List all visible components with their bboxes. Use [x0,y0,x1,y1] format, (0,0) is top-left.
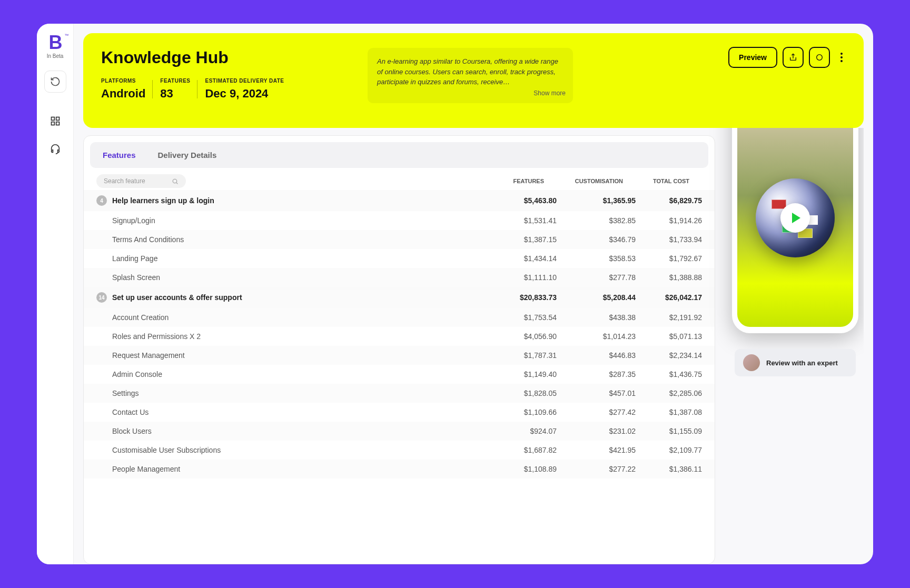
sidebar-item-dashboard[interactable] [50,116,61,128]
feature-name: Account Creation [96,313,483,322]
more-menu-button[interactable] [835,47,848,68]
total-cost: $1,387.08 [636,408,715,416]
feature-row[interactable]: Contact Us$1,109.66$277.42$1,387.08 [84,403,715,422]
sidebar-item-support[interactable] [50,143,61,157]
tabs-bar: Features Delivery Details [90,142,708,168]
custom-cost: $421.95 [557,446,636,454]
phone-screen [737,128,853,327]
feature-cost: $924.07 [483,427,557,435]
meta-delivery-date: ESTIMATED DELIVERY DATE Dec 9, 2024 [205,78,284,101]
show-more-link[interactable]: Show more [533,88,566,98]
review-label: Review with an expert [766,359,838,367]
column-total-cost: TOTAL COST [623,178,702,184]
feature-row[interactable]: Signup/Login$1,531.41$382.85$1,914.26 [84,211,715,230]
feature-name: Contact Us [96,408,483,416]
feature-name: Block Users [96,427,483,435]
custom-cost: $1,014.23 [557,332,636,341]
group-count-badge: 14 [96,292,107,303]
feature-name: Customisable User Subscriptions [96,446,483,454]
group-custom-cost: $1,365.95 [557,196,636,205]
feature-cost: $1,434.14 [483,254,557,263]
feature-row[interactable]: Roles and Permissions X 2$4,056.90$1,014… [84,327,715,346]
column-features: FEATURES [470,178,544,184]
group-row[interactable]: 4Help learners sign up & login$5,463.80$… [84,190,715,211]
custom-cost: $358.53 [557,254,636,263]
preview-button[interactable]: Preview [728,47,777,68]
feature-row[interactable]: Splash Screen$1,111.10$277.78$1,388.88 [84,268,715,287]
play-button[interactable] [780,203,810,233]
tab-delivery-details[interactable]: Delivery Details [149,145,226,165]
feature-row[interactable]: Admin Console$1,149.40$287.35$1,436.75 [84,365,715,384]
feature-row[interactable]: Customisable User Subscriptions$1,687.82… [84,441,715,460]
custom-cost: $457.01 [557,389,636,397]
feature-name: Request Management [96,351,483,360]
feature-cost: $1,108.89 [483,465,557,473]
feature-cost: $1,531.41 [483,216,557,225]
feature-cost: $1,828.05 [483,389,557,397]
hero-banner: Knowledge Hub PLATFORMS Android FEATURES… [83,33,864,128]
feature-row[interactable]: Settings$1,828.05$457.01$2,285.06 [84,384,715,403]
dots-vertical-icon [840,53,843,62]
svg-point-5 [817,55,823,61]
total-cost: $1,914.26 [636,216,715,225]
group-features-cost: $5,463.80 [483,196,557,205]
total-cost: $2,285.06 [636,389,715,397]
expert-avatar [743,354,760,371]
share-icon [789,53,797,62]
undo-button[interactable] [44,71,66,93]
group-features-cost: $20,833.73 [483,293,557,302]
review-with-expert-button[interactable]: Review with an expert [735,349,856,376]
feature-cost: $1,149.40 [483,370,557,378]
custom-cost: $438.38 [557,313,636,322]
feature-name: Signup/Login [96,216,483,225]
feature-cost: $1,111.10 [483,273,557,282]
feature-cost: $1,787.31 [483,351,557,360]
feature-row[interactable]: Account Creation$1,753.54$438.38$2,191.9… [84,308,715,327]
custom-cost: $277.78 [557,273,636,282]
sidebar: B ™ In Beta [37,24,74,564]
feature-name: Admin Console [96,370,483,378]
feature-row[interactable]: Request Management$1,787.31$446.83$2,234… [84,346,715,365]
refresh-button[interactable] [809,47,830,68]
preview-column: 9:41 Knowledge Hub [727,128,864,564]
total-cost: $1,436.75 [636,370,715,378]
play-icon [792,213,800,223]
svg-point-8 [840,60,843,62]
feature-name: Terms And Conditions [96,235,483,244]
feature-name: Settings [96,389,483,397]
total-cost: $1,155.09 [636,427,715,435]
group-row[interactable]: 14Set up user accounts & offer support$2… [84,287,715,308]
feature-cost: $1,109.66 [483,408,557,416]
features-table-card: Features Delivery Details Search feature… [83,135,715,564]
total-cost: $1,792.67 [636,254,715,263]
svg-line-10 [176,183,177,184]
group-custom-cost: $5,208.44 [557,293,636,302]
undo-icon [50,76,61,87]
feature-row[interactable]: Block Users$924.07$231.02$1,155.09 [84,422,715,441]
feature-row[interactable]: People Management$1,108.89$277.22$1,386.… [84,460,715,479]
total-cost: $2,191.92 [636,313,715,322]
total-cost: $2,109.77 [636,446,715,454]
table-body[interactable]: 4Help learners sign up & login$5,463.80$… [84,190,715,564]
logo: B ™ In Beta [47,33,64,59]
meta-platforms: PLATFORMS Android [101,78,145,101]
feature-row[interactable]: Terms And Conditions$1,387.15$346.79$1,7… [84,230,715,249]
main-content: Knowledge Hub PLATFORMS Android FEATURES… [74,24,873,564]
svg-point-6 [840,53,843,55]
feature-name: Splash Screen [96,273,483,282]
svg-point-9 [173,179,177,183]
description-box: An e-learning app similar to Coursera, o… [368,48,573,103]
svg-point-7 [840,56,843,58]
tab-features[interactable]: Features [93,145,145,165]
svg-rect-0 [51,117,54,121]
feature-row[interactable]: Landing Page$1,434.14$358.53$1,792.67 [84,249,715,268]
search-placeholder: Search feature [104,177,145,185]
column-customisation: CUSTOMISATION [544,178,623,184]
search-input[interactable]: Search feature [96,174,186,188]
feature-cost: $1,753.54 [483,313,557,322]
meta-features: FEATURES 83 [160,78,190,101]
feature-cost: $1,687.82 [483,446,557,454]
group-count-badge: 4 [96,195,107,206]
group-name: Set up user accounts & offer support [112,293,483,302]
share-button[interactable] [783,47,804,68]
